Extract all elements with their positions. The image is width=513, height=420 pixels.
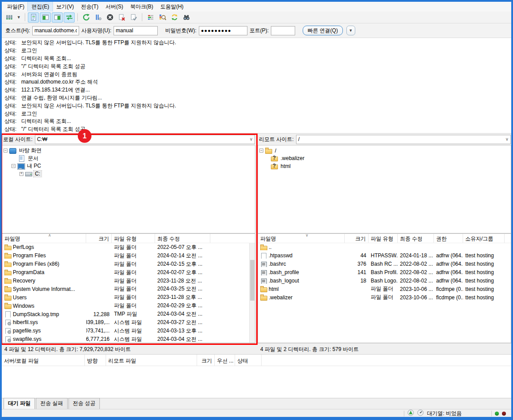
file-icon [4,244,11,250]
file-name: Program Files [13,252,46,259]
column-header-size[interactable]: 크기 [345,234,369,243]
site-manager-icon[interactable] [4,12,15,23]
table-row[interactable]: .bashrc 376 Bash RC ... 2022-08-02 ... a… [258,260,511,268]
table-row[interactable]: html 파일 폴더 2023-10-06 ... flcdmpe (0... … [258,285,511,293]
file-name: DumpStack.log.tmp [13,311,59,317]
menu-help[interactable]: 도움말(H) [157,2,187,12]
table-row[interactable]: .webalizer 파일 폴더 2023-10-06 ... flcdmpe … [258,293,511,302]
file-permissions: adfrw (064... [434,252,463,259]
filter-icon[interactable] [145,12,156,23]
table-row[interactable]: .bash_logout 18 Bash Logo... 2022-08-02 … [258,277,511,285]
table-row[interactable]: .bash_profile 141 Bash Profil... 2022-08… [258,268,511,277]
menu-server[interactable]: 서버(S) [102,2,127,12]
speed-limit-icon[interactable] [417,409,424,417]
file-permissions: flcdmpe (0... [434,286,463,292]
notifications-icon[interactable] [407,409,414,417]
menu-file[interactable]: 파일(F) [4,2,28,12]
column-header-size[interactable]: 크기 [197,355,215,366]
tree-item-desktop[interactable]: 바탕 화면 [4,147,255,155]
file-icon [260,253,267,259]
table-row[interactable]: DumpStack.log.tmp 12,288 TMP 파일 2024-03-… [2,310,255,318]
column-header-permissions[interactable]: 권한 [434,234,463,243]
quickconnect-dropdown-icon[interactable]: ▼ [346,26,355,35]
compare-icon[interactable] [157,12,168,23]
scrollbar-thumb[interactable] [250,260,255,301]
table-row[interactable]: Users 파일 폴더 2023-11-28 오후 ... [2,293,255,302]
table-row[interactable]: Program Files (x86) 파일 폴더 2024-02-15 오후 … [2,260,255,268]
column-header-modified[interactable]: 최종 수정 [398,234,434,243]
table-row[interactable]: .htpasswd 44 HTPASSW... 2024-01-18 ... a… [258,252,511,260]
file-modified: 2024-02-07 오후 ... [155,269,210,276]
file-modified: 2022-08-02 ... [398,278,434,284]
username-input[interactable] [114,26,158,35]
menu-edit[interactable]: 편집(E) [28,2,53,12]
quickconnect-button[interactable]: 빠른 연결(Q) [303,26,343,35]
collapse-icon[interactable] [11,164,15,168]
column-header-priority[interactable]: 우선 ... [215,355,235,366]
menu-bookmarks[interactable]: 북마크(B) [127,2,157,12]
table-row[interactable]: System Volume Informat... 파일 폴더 2024-03-… [2,285,255,293]
column-header-server-local-file[interactable]: 서버/로컬 파일 [2,355,85,366]
table-row[interactable]: pagefile.sys 1,073,741,... 시스템 파일 2024-0… [2,327,255,335]
table-row[interactable]: ProgramData 파일 폴더 2024-02-07 오후 ... [2,268,255,277]
column-header-remote-file[interactable]: 리모트 파일 [106,355,197,366]
tree-item-documents[interactable]: 문서 [4,155,255,163]
sync-browsing-icon[interactable] [169,12,180,23]
table-row[interactable]: hiberfil.sys 6,839,189,... 시스템 파일 2024-0… [2,318,255,327]
chevron-down-icon[interactable]: ∨ [250,137,253,141]
tab-successful-transfers[interactable]: 전송 성공 [68,398,100,409]
file-name: swapfile.sys [13,336,42,342]
table-row[interactable]: swapfile.sys 16,777,216 시스템 파일 2024-03-0… [2,335,255,343]
column-header-direction[interactable]: 방향 [85,355,106,366]
column-header-owner[interactable]: 소유자/그룹 [463,234,505,243]
remote-site-combo[interactable]: / ∨ [296,135,511,144]
process-queue-icon[interactable] [92,12,103,23]
local-site-combo[interactable]: C:₩ ∨ [35,135,255,144]
column-header-size[interactable]: 크기 [86,234,112,243]
column-header-filename[interactable]: 파일명∧ [2,234,86,243]
table-row[interactable]: PerfLogs 파일 폴더 2022-05-07 오후 ... [2,243,255,252]
expand-icon[interactable] [19,172,23,176]
table-row[interactable]: .. [258,243,511,252]
scrollbar[interactable] [249,243,255,343]
column-header-filename[interactable]: 파일명∨ [258,234,345,243]
refresh-icon[interactable] [80,12,91,23]
chevron-down-icon[interactable]: ∨ [505,137,509,141]
column-header-status[interactable]: 상태 [235,355,262,366]
port-input[interactable] [271,26,295,35]
password-input[interactable] [199,26,247,35]
collapse-icon[interactable] [259,149,263,153]
toggle-local-tree-icon[interactable] [40,12,51,23]
menu-view[interactable]: 보기(V) [53,2,77,12]
cancel-icon[interactable] [104,12,115,23]
table-row[interactable]: Program Files 파일 폴더 2024-02-14 오전 ... [2,252,255,260]
tab-queued-files[interactable]: 대기 파일 [4,398,35,409]
file-type: 파일 폴더 [112,294,155,301]
menu-transfer[interactable]: 전송(T) [77,2,102,12]
file-permissions: flcdmpe (0... [434,294,463,301]
collapse-icon[interactable] [4,149,8,153]
toggle-message-log-icon[interactable] [28,12,39,23]
tree-item-html[interactable]: html [259,162,511,170]
host-input[interactable] [32,26,79,35]
file-name: .bash_logout [269,278,299,284]
column-header-modified[interactable]: 최종 수정 [155,234,210,243]
toggle-remote-tree-icon[interactable] [52,12,63,23]
file-name: Windows [13,303,34,309]
column-header-filetype[interactable]: 파일 유형 [369,234,398,243]
reconnect-icon[interactable] [128,12,139,23]
find-files-icon[interactable] [181,12,192,23]
local-site-label: 로컬 사이트: [3,136,33,143]
table-row[interactable]: Recovery 파일 폴더 2023-11-28 오전 ... [2,277,255,285]
tree-item-webalizer[interactable]: .webalizer [259,155,511,163]
table-row[interactable]: Windows 파일 폴더 2024-02-29 오후 ... [2,302,255,310]
column-header-filetype[interactable]: 파일 유형 [112,234,155,243]
tree-item-root[interactable]: / [259,147,511,155]
tree-item-drive-c[interactable]: C: [4,170,255,178]
disconnect-icon[interactable] [116,12,127,23]
toggle-queue-icon[interactable] [64,12,75,23]
log-status-label: 상태: [4,78,21,86]
tree-item-mypc[interactable]: 내 PC [4,162,255,170]
site-manager-dropdown-icon[interactable]: ▼ [15,12,22,23]
tab-failed-transfers[interactable]: 전송 실패 [36,398,67,409]
